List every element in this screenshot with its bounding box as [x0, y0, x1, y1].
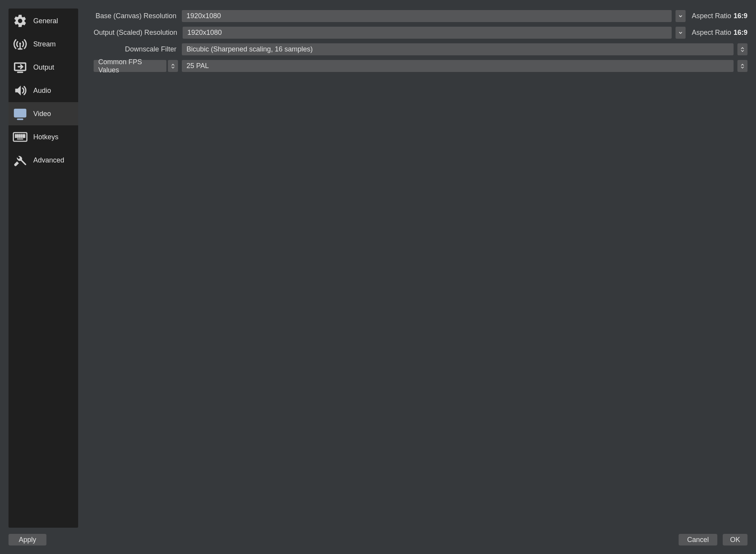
dialog-footer: Apply Cancel OK	[0, 528, 756, 554]
sidebar-item-label: Output	[33, 63, 54, 72]
base-resolution-aspect: Aspect Ratio 16:9	[689, 12, 747, 20]
fps-mode-select[interactable]: Common FPS Values	[94, 60, 166, 72]
chevron-down-icon	[678, 31, 683, 35]
svg-point-14	[24, 135, 25, 136]
svg-rect-2	[15, 109, 26, 117]
output-icon	[12, 60, 28, 75]
downscale-filter-stepper[interactable]	[737, 43, 747, 55]
downscale-filter-label: Downscale Filter	[94, 45, 178, 53]
downscale-filter-value: Bicubic (Sharpened scaling, 16 samples)	[186, 45, 313, 53]
sidebar-item-audio[interactable]: Audio	[9, 79, 78, 102]
output-resolution-dropdown-button[interactable]	[676, 27, 686, 39]
chevron-down-icon	[678, 14, 683, 19]
sidebar-item-video[interactable]: Video	[9, 102, 78, 125]
sidebar-item-label: Advanced	[33, 156, 64, 164]
base-resolution-label: Base (Canvas) Resolution	[94, 12, 178, 20]
svg-point-5	[17, 135, 18, 136]
apply-button[interactable]: Apply	[9, 534, 46, 545]
base-resolution-dropdown-button[interactable]	[676, 10, 686, 22]
sidebar-item-label: Video	[33, 110, 51, 118]
output-resolution-label: Output (Scaled) Resolution	[94, 29, 179, 37]
speaker-icon	[12, 83, 28, 98]
sidebar-item-label: General	[33, 17, 58, 25]
svg-point-6	[19, 135, 20, 136]
cancel-button[interactable]: Cancel	[679, 534, 717, 545]
output-resolution-value: 1920x1080	[187, 29, 222, 37]
antenna-icon	[12, 37, 28, 51]
sidebar-item-general[interactable]: General	[9, 9, 78, 32]
svg-point-7	[21, 135, 22, 136]
tools-icon	[12, 153, 28, 168]
up-down-icon	[741, 46, 744, 53]
sidebar-item-label: Hotkeys	[33, 133, 58, 141]
fps-mode-stepper[interactable]	[168, 60, 178, 72]
downscale-filter-select[interactable]: Bicubic (Sharpened scaling, 16 samples)	[182, 43, 734, 55]
svg-point-15	[24, 137, 25, 138]
sidebar-item-label: Stream	[33, 40, 56, 48]
fps-value-stepper[interactable]	[737, 60, 747, 72]
up-down-icon	[741, 63, 744, 69]
ok-button[interactable]: OK	[723, 534, 747, 545]
settings-sidebar: General Stream Output Audio	[9, 9, 78, 528]
sidebar-item-label: Audio	[33, 87, 51, 95]
svg-point-9	[15, 137, 17, 138]
up-down-icon	[171, 63, 175, 69]
sidebar-item-hotkeys[interactable]: Hotkeys	[9, 125, 78, 149]
keyboard-icon	[12, 131, 28, 143]
sidebar-item-stream[interactable]: Stream	[9, 32, 78, 56]
output-resolution-combo[interactable]: 1920x1080	[183, 27, 672, 39]
monitor-icon	[12, 106, 28, 121]
fps-mode-label: Common FPS Values	[98, 58, 162, 74]
svg-point-10	[17, 137, 18, 138]
fps-value-select[interactable]: 25 PAL	[182, 60, 734, 72]
output-resolution-aspect: Aspect Ratio 16:9	[689, 29, 747, 37]
fps-value: 25 PAL	[186, 62, 209, 70]
svg-rect-16	[17, 138, 23, 140]
svg-point-4	[15, 135, 17, 136]
base-resolution-combo[interactable]: 1920x1080	[182, 10, 672, 22]
gear-icon	[12, 14, 28, 28]
base-resolution-value: 1920x1080	[186, 12, 221, 20]
svg-point-11	[19, 137, 20, 138]
video-settings-panel: Base (Canvas) Resolution 1920x1080 Aspec…	[94, 9, 747, 528]
sidebar-item-output[interactable]: Output	[9, 56, 78, 79]
sidebar-item-advanced[interactable]: Advanced	[9, 149, 78, 172]
svg-point-12	[21, 137, 22, 138]
